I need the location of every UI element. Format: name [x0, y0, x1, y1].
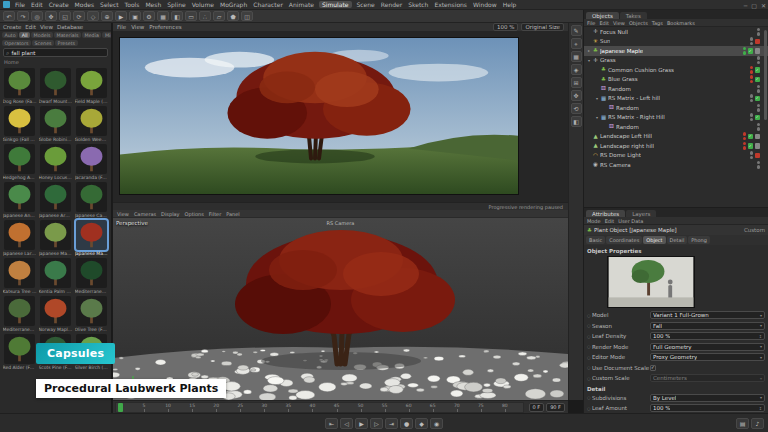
shade-icon[interactable]: ◧: [571, 116, 582, 127]
visibility-dot[interactable]: [757, 61, 761, 65]
filter-all[interactable]: All: [19, 32, 30, 38]
asset-item-mediterranean-cypress-fall-plant[interactable]: Mediterranean Cypress (Fall Plant): [74, 258, 109, 294]
undo-icon[interactable]: ↶: [3, 11, 15, 21]
menu-simulate[interactable]: Simulate: [319, 1, 352, 8]
asset-item-dog-rose-fall-plant[interactable]: Dog Rose (Fall Plant): [2, 68, 37, 104]
keyframe-icon[interactable]: ◆: [415, 418, 428, 429]
object-tag-icon[interactable]: [755, 39, 761, 45]
visibility-dot[interactable]: [757, 108, 761, 112]
attributes-menu-user-data[interactable]: User Data: [618, 218, 643, 224]
move-icon[interactable]: ✥: [45, 11, 57, 21]
visibility-dot[interactable]: [757, 127, 761, 131]
menu-select[interactable]: Select: [99, 1, 120, 8]
end-frame-field[interactable]: 90 F: [546, 403, 565, 412]
object-row-rs-matrix-right-hill[interactable]: ▾▦RS Matrix - Right Hill✓: [584, 113, 768, 123]
current-frame-field[interactable]: 0 F: [529, 403, 545, 412]
visibility-dot[interactable]: [750, 99, 754, 103]
param-tab-phong[interactable]: Phong: [688, 236, 710, 244]
menu-modes[interactable]: Modes: [74, 1, 95, 8]
filter-misc[interactable]: Misc: [102, 32, 112, 38]
viewport-perspective[interactable]: Perspective RS Camera: [113, 218, 568, 400]
menu-mograph[interactable]: MoGraph: [219, 1, 248, 8]
reset-icon[interactable]: ⟲: [571, 103, 582, 114]
polygons-mode-icon[interactable]: ⬟: [227, 11, 239, 21]
tab-objects[interactable]: Objects: [586, 12, 619, 19]
asset-menu-edit[interactable]: Edit: [25, 24, 36, 30]
object-row-rs-camera[interactable]: ◉RS Camera: [584, 160, 768, 170]
objects-menu-objects[interactable]: Objects: [629, 20, 648, 26]
go-to-end-icon[interactable]: ⇥: [385, 418, 398, 429]
object-tag-icon[interactable]: [755, 48, 761, 54]
scale-icon[interactable]: ◱: [59, 11, 71, 21]
object-row-landscape-left-hill[interactable]: ▲Landscape Left Hill✓: [584, 132, 768, 142]
object-tag-icon[interactable]: ✓: [755, 77, 761, 83]
menu-character[interactable]: Character: [252, 1, 284, 8]
asset-item-jacaranda-fall-plant[interactable]: Jacaranda (Fall Plant): [74, 144, 109, 180]
visibility-dot[interactable]: [757, 165, 761, 169]
layout-switch-icon[interactable]: ◫: [241, 11, 253, 21]
asset-item-field-maple-fall-plant[interactable]: Field Maple (Fall Plant): [74, 68, 109, 104]
renderview-menu-preferences[interactable]: Preferences: [149, 24, 181, 30]
leaf-density-field[interactable]: 100 %↕: [650, 332, 765, 340]
menu-extensions[interactable]: Extensions: [433, 1, 468, 8]
param-tab-basic[interactable]: Basic: [586, 236, 605, 244]
filter-materials[interactable]: Materials: [54, 32, 81, 38]
menu-file[interactable]: File: [14, 1, 26, 8]
asset-item-mediterranean-fan-palm-fall-plant[interactable]: Mediterranean Fan Palm (Fall Plant): [2, 296, 37, 332]
object-row-random[interactable]: ⚄Random: [584, 84, 768, 94]
object-tree-scrollbar[interactable]: [764, 30, 767, 120]
asset-item-golden-weeping-willow-fall-plant[interactable]: Golden Weeping Willow (Fall Plant): [74, 106, 109, 142]
editor-mode-field[interactable]: Proxy Geometry▾: [650, 353, 765, 361]
visibility-dot[interactable]: [743, 146, 747, 150]
visibility-dot[interactable]: [750, 118, 754, 122]
render-settings-icon[interactable]: ⚙: [143, 11, 155, 21]
sound-icon[interactable]: ♪: [751, 418, 764, 429]
object-tag-icon[interactable]: ✓: [748, 48, 754, 54]
previous-key-icon[interactable]: ◁: [340, 418, 353, 429]
viewport-menu-filter[interactable]: Filter: [209, 211, 221, 217]
visibility-dot[interactable]: [757, 56, 761, 60]
menu-mesh[interactable]: Mesh: [144, 1, 162, 8]
redo-icon[interactable]: ↷: [17, 11, 29, 21]
asset-item-katsura-tree-fall-plant[interactable]: Katsura Tree (Fall Plant): [2, 258, 37, 294]
breadcrumb[interactable]: Home: [0, 58, 111, 66]
asset-item-japanese-aralia-fall-plant[interactable]: Japanese Aralia (Fall Plant): [38, 182, 73, 218]
move-axis-icon[interactable]: ✥: [571, 90, 582, 101]
viewport-menu-view[interactable]: View: [117, 211, 129, 217]
filter-presets[interactable]: Presets: [55, 40, 77, 46]
object-row-blue-grass[interactable]: ♣Blue Grass✓: [584, 75, 768, 85]
size-mode-dropdown[interactable]: Original Size: [521, 23, 564, 31]
asset-item-hedgehog-agave-fall-plant[interactable]: Hedgehog Agave (Fall Plant): [2, 144, 37, 180]
record-icon[interactable]: ●: [400, 418, 413, 429]
object-tag-icon[interactable]: ✓: [755, 115, 761, 121]
custom-scale-field[interactable]: Centimeters▾: [650, 374, 765, 382]
asset-item-red-alder-fall-plant[interactable]: Red Alder (Fall Plant): [2, 334, 37, 370]
object-row-random[interactable]: ⚄Random: [584, 122, 768, 132]
visibility-dot[interactable]: [750, 75, 754, 79]
menu-create[interactable]: Create: [48, 1, 70, 8]
options-icon[interactable]: ▤: [736, 418, 749, 429]
objects-menu-tags[interactable]: Tags: [652, 20, 663, 26]
global-coords-icon[interactable]: ⊕: [101, 11, 113, 21]
param-tab-detail[interactable]: Detail: [667, 236, 688, 244]
custom-button[interactable]: Custom: [744, 227, 765, 233]
render-mode-field[interactable]: Full Geometry▾: [650, 343, 765, 351]
leaf-amount-field[interactable]: 100 %↕: [650, 404, 765, 412]
menu-scene[interactable]: Scene: [356, 1, 376, 8]
asset-item-honey-locust-sunburst-fall-plant[interactable]: Honey Locust Sunburst (Fall Plant): [38, 144, 73, 180]
object-row-sun[interactable]: ☀Sun: [584, 37, 768, 47]
go-to-start-icon[interactable]: ⇤: [325, 418, 338, 429]
viewport-menu-display[interactable]: Display: [161, 211, 179, 217]
asset-menu-view[interactable]: View: [40, 24, 53, 30]
tab-takes[interactable]: Takes: [620, 12, 647, 19]
visibility-dot[interactable]: [750, 42, 754, 46]
objects-menu-view[interactable]: View: [613, 20, 625, 26]
object-tag-icon[interactable]: ✓: [748, 143, 754, 149]
param-tab-object[interactable]: Object: [643, 236, 665, 244]
object-row-rs-matrix-left-hill[interactable]: ▾▦RS Matrix - Left hill✓: [584, 94, 768, 104]
asset-menu-create[interactable]: Create: [3, 24, 21, 30]
object-row-landscape-right-hill[interactable]: ▲Landscape right hill✓: [584, 141, 768, 151]
asset-item-ginkgo-fall-plant[interactable]: Ginkgo (Fall Plant): [2, 106, 37, 142]
asset-item-japanese-camellia-fall-plant[interactable]: Japanese Camellia (Fall Plant): [74, 182, 109, 218]
object-tag-icon[interactable]: ✓: [748, 134, 754, 140]
